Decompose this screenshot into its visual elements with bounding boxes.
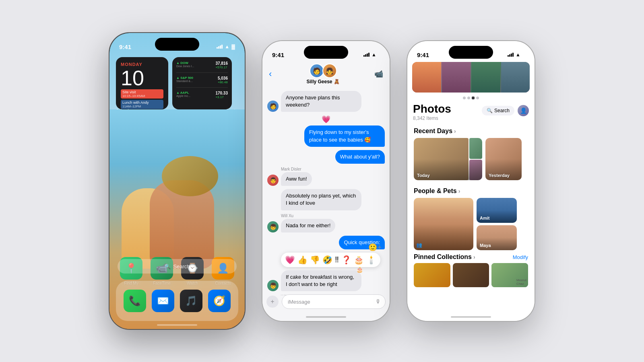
bubble-3[interactable]: Flying down to my sister's place to see … — [304, 125, 385, 146]
photos-search-button[interactable]: 🔍 Search — [482, 106, 514, 115]
home-indicator — [157, 324, 197, 326]
recent-days-header: Recent Days › — [414, 128, 528, 135]
pinned-collections-section: Pinned Collections › Modify MeerutChaz — [407, 250, 535, 287]
tapback-thumbsdown[interactable]: 👎 — [310, 255, 320, 265]
status-icons-2: ▲ — [363, 52, 380, 58]
wifi-icon-2: ▲ — [372, 52, 376, 58]
message-6: 👨 Aww fun! — [267, 172, 385, 186]
pinned-grid: MeerutChaz — [414, 263, 528, 287]
pagination-dots — [407, 95, 535, 101]
pinned-card-2[interactable] — [453, 263, 489, 287]
tapback-candle[interactable]: 🕯️ — [366, 255, 376, 265]
stock-sp500: ▲ S&P 500 Standard &... 5,036 +80.48 — [176, 76, 228, 88]
dock-mail[interactable]: ✉️ — [152, 290, 174, 312]
dynamic-island-3 — [449, 46, 493, 59]
recent-days-chevron: › — [454, 128, 456, 134]
maya-card[interactable]: Maya — [477, 225, 517, 250]
message-10: Quick question: — [267, 236, 385, 249]
people-pets-section: People & Pets › 👥 Amit — [407, 184, 535, 250]
dynamic-island-2 — [304, 46, 348, 59]
bubble-9[interactable]: Nada for me either! — [281, 219, 335, 232]
message-input[interactable]: iMessage 🎙 — [282, 294, 386, 309]
message-1: 🧑 Anyone have plans this weekend? — [267, 91, 385, 112]
status-time-3: 9:41 — [417, 51, 429, 58]
pinned-card-3[interactable]: MeerutChaz — [491, 263, 528, 287]
stocks-widget[interactable]: ▲ DOW Dow Jones I... 37,816 +570.17 ▲ S&… — [172, 57, 232, 109]
yesterday-card[interactable]: Yesterday — [485, 138, 522, 180]
bubble-12[interactable]: If cake for breakfast is wrong, I don't … — [281, 270, 361, 291]
calendar-event-1: Site visit 10:15–10:45AM — [121, 89, 163, 99]
photos-banner — [412, 62, 530, 93]
search-bar[interactable]: 🔍 Search — [118, 259, 237, 274]
messages-body: 🧑 Anyone have plans this weekend? 💗 Flyi… — [262, 88, 390, 295]
map-location: MeerutChaz — [516, 278, 526, 286]
tapback-heart[interactable]: 💗 — [285, 255, 295, 265]
people-pets-header: People & Pets › — [414, 187, 528, 195]
tapback-thumbsup[interactable]: 👍 — [297, 255, 308, 265]
people-pets-title[interactable]: People & Pets › — [414, 187, 460, 195]
dot-3 — [472, 97, 475, 99]
group-info[interactable]: 🧑 👧 Silly Geese 🧸 — [306, 64, 339, 84]
imessage-placeholder: iMessage — [288, 299, 310, 305]
video-call-button[interactable]: 📹 — [374, 70, 383, 78]
calendar-widget[interactable]: MONDAY 10 Site visit 10:15–10:45AM Lunch… — [116, 57, 168, 109]
amit-name: Amit — [480, 216, 489, 220]
modify-button[interactable]: Modify — [513, 254, 528, 260]
dot-4 — [476, 97, 479, 99]
bubble-6[interactable]: Aww fun! — [281, 172, 312, 186]
home-indicator-2 — [306, 316, 346, 318]
signal-icon-3 — [508, 53, 514, 57]
tapback-laugh[interactable]: 🤣 — [322, 255, 332, 265]
amit-card[interactable]: Amit — [477, 198, 517, 223]
pinned-title[interactable]: Pinned Collections › — [414, 253, 475, 261]
search-label: Search — [173, 263, 190, 269]
people-grid: 👥 Amit Maya — [414, 198, 528, 250]
phone-messages: 9:41 ▲ ‹ 🧑 👧 Silly Geese 🧸 — [262, 40, 390, 322]
tapback-question[interactable]: ❓ — [341, 255, 351, 265]
pinned-card-1[interactable] — [414, 263, 450, 287]
add-reaction-button[interactable]: 🙂+ — [368, 243, 382, 252]
bubble-7[interactable]: Absolutely no plans yet, which I kind of… — [281, 189, 361, 210]
status-icons-3: ▲ — [508, 52, 525, 58]
phone-photos: 9:41 ▲ — [407, 40, 535, 322]
today-card[interactable]: Today — [414, 138, 482, 180]
bubble-4[interactable]: What about y'all? — [335, 150, 385, 164]
user-avatar-photos[interactable]: 👤 — [518, 105, 529, 116]
back-button[interactable]: ‹ — [269, 69, 272, 79]
group-avatars: 🧑 👧 — [310, 64, 337, 78]
bubble-1[interactable]: Anyone have plans this weekend? — [281, 91, 361, 112]
dock-phone[interactable]: 📞 — [124, 290, 146, 312]
wifi-icon: ▲ — [225, 44, 229, 49]
tapback-container: 💗 👍 👎 🤣 ‼️ ❓ 🎂 🕯️ 🙂+ — [267, 253, 385, 267]
microphone-icon[interactable]: 🎙 — [376, 298, 381, 305]
status-time-2: 9:41 — [272, 51, 284, 58]
widgets-row: MONDAY 10 Site visit 10:15–10:45AM Lunch… — [109, 54, 245, 113]
message-9: 👦 Nada for me either! — [267, 219, 385, 232]
stock-aapl: ▲ AAPL Apple Inc... 170.33 +3.17 — [176, 91, 228, 102]
tapback-cake[interactable]: 🎂 — [354, 255, 364, 265]
recent-days-cards: Today Yesterday — [414, 138, 528, 180]
add-attachment-button[interactable]: + — [266, 296, 279, 308]
maya-name: Maya — [480, 243, 491, 248]
yesterday-label: Yesterday — [489, 173, 510, 178]
battery-icon: ▓ — [231, 44, 235, 49]
recent-days-title[interactable]: Recent Days › — [414, 128, 456, 135]
tapback-bar[interactable]: 💗 👍 👎 🤣 ‼️ ❓ 🎂 🕯️ — [281, 253, 380, 267]
search-icon-photos: 🔍 — [487, 108, 493, 113]
message-12: 👦 If cake for breakfast is wrong, I don'… — [267, 270, 385, 291]
message-3: Flying down to my sister's place to see … — [267, 125, 385, 146]
people-card-large[interactable]: 👥 — [414, 198, 473, 250]
dynamic-island — [155, 38, 199, 51]
dock-music[interactable]: 🎵 — [180, 290, 202, 312]
tapback-exclaim[interactable]: ‼️ — [335, 255, 339, 264]
stock-dow: ▲ DOW Dow Jones I... 37,816 +570.17 — [176, 61, 228, 73]
group-name: Silly Geese 🧸 — [306, 79, 339, 84]
calendar-date: 10 — [121, 68, 163, 88]
sender-mark: Mark Disler — [281, 167, 385, 171]
message-7: Absolutely no plans yet, which I kind of… — [281, 189, 385, 210]
dock: 📞 ✉️ 🎵 🧭 — [116, 281, 238, 321]
pinned-header: Pinned Collections › Modify — [414, 253, 528, 261]
search-icon: 🔍 — [164, 263, 171, 269]
dock-safari[interactable]: 🧭 — [208, 290, 231, 312]
message-input-area: + iMessage 🎙 — [266, 294, 386, 309]
